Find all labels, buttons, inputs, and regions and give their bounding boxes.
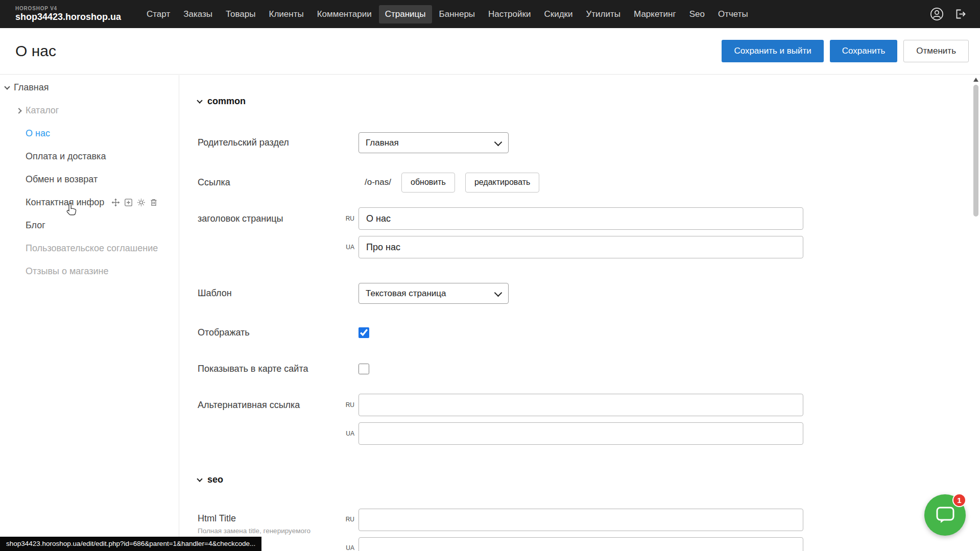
html-title-ru-row: Html Title Полная замена title, генериру…: [198, 509, 972, 531]
chat-launcher-button[interactable]: 1: [924, 494, 966, 536]
section-common-label: common: [207, 96, 246, 107]
alt-link-ua-row: UA: [198, 422, 972, 445]
link-label: Ссылка: [198, 177, 358, 188]
nav-comments[interactable]: Комментарии: [311, 5, 378, 23]
settings-icon[interactable]: [137, 198, 146, 207]
nav-pages[interactable]: Страницы: [379, 5, 432, 23]
nav-products[interactable]: Товары: [220, 5, 261, 23]
chevron-down-icon: [197, 98, 202, 103]
link-preview-statusbar: shop34423.horoshop.ua/edit/edit.php?id=6…: [0, 537, 261, 551]
sidebar-item-label: Блог: [26, 220, 45, 231]
alt-link-label: Альтернативная ссылка: [198, 400, 332, 411]
template-label: Шаблон: [198, 288, 358, 299]
page-title-label: заголовок страницы: [198, 213, 332, 224]
display-row: Отображать: [198, 326, 972, 339]
scroll-up-arrow-icon[interactable]: [973, 78, 978, 82]
chat-unread-badge: 1: [952, 493, 966, 507]
template-select-wrap: Текстовая страница: [358, 283, 509, 304]
link-row: Ссылка /o-nas/ обновить редактировать: [198, 172, 972, 193]
main-nav: Старт Заказы Товары Клиенты Комментарии …: [140, 5, 754, 23]
page-header: О нас Сохранить и выйти Сохранить Отмени…: [0, 28, 980, 75]
nav-seo[interactable]: Seo: [683, 5, 711, 23]
move-icon[interactable]: [111, 198, 120, 207]
html-title-ua-row: UA: [198, 537, 972, 551]
brand-version-label: HOROSHOP V4: [15, 6, 140, 11]
template-select[interactable]: Текстовая страница: [358, 283, 509, 304]
sidebar-item-exchange-return[interactable]: Обмен и возврат: [0, 168, 179, 191]
html-title-ru-input[interactable]: [358, 509, 803, 531]
nav-clients[interactable]: Клиенты: [263, 5, 310, 23]
sidebar-item-label: Отзывы о магазине: [26, 266, 109, 277]
link-path: /o-nas/: [365, 177, 391, 187]
account-icon[interactable]: [930, 7, 944, 21]
page-title: О нас: [15, 42, 56, 60]
sidebar-item-about[interactable]: О нас: [0, 122, 179, 145]
sidebar-item-label: Каталог: [26, 105, 59, 116]
vertical-scrollbar[interactable]: [972, 76, 980, 551]
sidebar-item-blog[interactable]: Блог: [0, 214, 179, 237]
logout-icon[interactable]: [954, 8, 967, 20]
page-title-ua-row: UA: [198, 236, 972, 258]
nav-settings[interactable]: Настройки: [482, 5, 537, 23]
brand-domain: shop34423.horoshop.ua: [15, 12, 140, 22]
lang-ru-tag: RU: [332, 401, 358, 409]
sidebar-item-label: О нас: [26, 128, 50, 139]
sidebar-item-contact-info[interactable]: Контактная инфор: [0, 191, 179, 214]
nav-banners[interactable]: Баннеры: [433, 5, 482, 23]
lang-ua-tag: UA: [332, 430, 358, 437]
chat-bubble-icon: [936, 506, 955, 524]
section-seo[interactable]: seo: [198, 474, 972, 485]
nav-orders[interactable]: Заказы: [177, 5, 219, 23]
sitemap-row: Показывать в карте сайта: [198, 363, 972, 375]
sitemap-label: Показывать в карте сайта: [198, 364, 358, 374]
pages-tree-sidebar: Главная Каталог О нас Оплата и доставка …: [0, 75, 179, 551]
section-common[interactable]: common: [198, 96, 972, 107]
lang-ru-tag: RU: [332, 215, 358, 222]
sidebar-item-user-agreement[interactable]: Пользовательское соглашение: [0, 237, 179, 260]
alt-link-ru-input[interactable]: [358, 394, 803, 416]
sidebar-item-label: Главная: [14, 82, 49, 93]
template-row: Шаблон Текстовая страница: [198, 283, 972, 304]
brand[interactable]: HOROSHOP V4 shop34423.horoshop.ua: [0, 6, 140, 22]
page-title-ua-input[interactable]: [358, 236, 803, 258]
lang-ru-tag: RU: [332, 509, 358, 523]
save-button[interactable]: Сохранить: [830, 40, 897, 62]
html-title-ua-input[interactable]: [358, 537, 803, 551]
display-label: Отображать: [198, 327, 358, 338]
page-edit-form: common Родительский раздел Главная Ссылк…: [180, 75, 972, 551]
html-title-hint: Полная замена title, генерируемого: [198, 527, 332, 535]
scrollbar-thumb[interactable]: [973, 85, 978, 217]
alt-link-ua-input[interactable]: [358, 422, 803, 445]
sitemap-checkbox[interactable]: [358, 364, 369, 374]
chevron-right-icon[interactable]: [16, 108, 21, 113]
html-title-label: Html Title: [198, 513, 332, 524]
sidebar-item-label: Контактная инфор: [26, 197, 104, 208]
add-icon[interactable]: [124, 198, 133, 207]
delete-icon[interactable]: [150, 198, 158, 207]
lang-ua-tag: UA: [332, 537, 358, 551]
nav-marketing[interactable]: Маркетинг: [628, 5, 682, 23]
parent-section-select[interactable]: Главная: [358, 132, 509, 153]
nav-reports[interactable]: Отчеты: [712, 5, 754, 23]
display-checkbox[interactable]: [358, 327, 369, 338]
link-edit-button[interactable]: редактировать: [465, 173, 539, 193]
save-and-exit-button[interactable]: Сохранить и выйти: [722, 40, 823, 62]
nav-start[interactable]: Старт: [140, 5, 176, 23]
sidebar-item-store-reviews[interactable]: Отзывы о магазине: [0, 260, 179, 283]
page-title-ru-input[interactable]: [358, 207, 803, 230]
sidebar-item-payment-delivery[interactable]: Оплата и доставка: [0, 145, 179, 168]
parent-section-label: Родительский раздел: [198, 137, 358, 148]
sidebar-item-home[interactable]: Главная: [0, 76, 179, 99]
cancel-button[interactable]: Отменить: [903, 40, 969, 62]
alt-link-ru-row: Альтернативная ссылка RU: [198, 394, 972, 416]
topbar: HOROSHOP V4 shop34423.horoshop.ua Старт …: [0, 0, 980, 28]
chevron-down-icon[interactable]: [4, 84, 10, 89]
nav-utilities[interactable]: Утилиты: [580, 5, 627, 23]
chevron-down-icon: [197, 476, 202, 482]
sidebar-item-label: Оплата и доставка: [26, 151, 106, 162]
sidebar-item-catalog[interactable]: Каталог: [0, 99, 179, 122]
parent-section-row: Родительский раздел Главная: [198, 132, 972, 153]
nav-discounts[interactable]: Скидки: [538, 5, 579, 23]
page-title-ru-row: заголовок страницы RU: [198, 207, 972, 230]
link-update-button[interactable]: обновить: [401, 173, 455, 193]
